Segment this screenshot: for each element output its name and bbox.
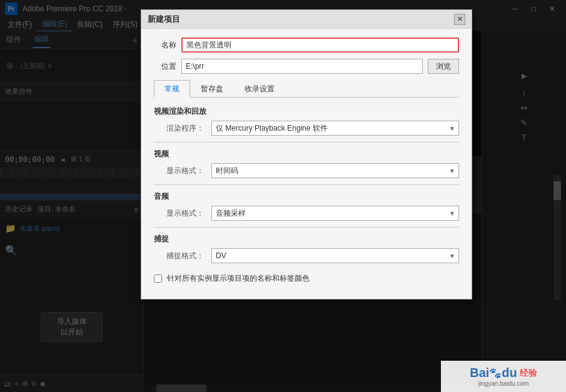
- dialog-title: 新建项目: [148, 14, 180, 25]
- audio-label: 显示格式：: [166, 208, 206, 219]
- browse-button[interactable]: 浏览: [428, 59, 459, 74]
- path-row: 位置 E:\prr 浏览: [154, 59, 459, 74]
- video-section-header: 视频: [154, 149, 459, 159]
- audio-section-header: 音频: [154, 191, 459, 202]
- path-display: E:\prr: [181, 59, 423, 74]
- audio-select[interactable]: 音频采样 毫秒: [211, 206, 459, 221]
- separator-3: [154, 227, 459, 228]
- new-project-dialog: 新建项目 ✕ 名称 位置 E:\prr 浏览 常规 暂存盘 收录设置 视频渲染和…: [141, 9, 472, 299]
- capture-select[interactable]: DV HDV: [211, 248, 459, 263]
- capture-label: 捕捉格式：: [166, 251, 206, 261]
- name-row: 名称: [154, 38, 459, 53]
- watermark-logo-area: Bai 🐾 du 经验: [470, 366, 537, 380]
- dialog-titlebar: 新建项目 ✕: [141, 10, 472, 29]
- separator-1: [154, 142, 459, 143]
- name-label: 名称: [154, 40, 176, 51]
- renderer-select-wrapper: 仅 Mercury Playback Engine 软件 Mercury Pla…: [211, 121, 459, 136]
- renderer-select[interactable]: 仅 Mercury Playback Engine 软件 Mercury Pla…: [211, 121, 459, 136]
- audio-select-wrapper: 音频采样 毫秒 ▼: [211, 206, 459, 221]
- watermark: Bai 🐾 du 经验 jingyan.baidu.com: [441, 361, 566, 392]
- separator-2: [154, 184, 459, 185]
- capture-section-header: 捕捉: [154, 234, 459, 244]
- tab-general[interactable]: 常规: [154, 80, 190, 98]
- audio-format-row: 显示格式： 音频采样 毫秒 ▼: [154, 206, 459, 221]
- show-names-checkbox[interactable]: [154, 274, 162, 283]
- watermark-suffix: 经验: [520, 368, 537, 379]
- video-render-header: 视频渲染和回放: [154, 106, 459, 117]
- tab-ingest[interactable]: 收录设置: [234, 80, 285, 98]
- tab-scratch[interactable]: 暂存盘: [190, 80, 234, 98]
- name-input[interactable]: [181, 38, 459, 53]
- watermark-paw-icon: 🐾: [489, 367, 502, 379]
- display-select-wrapper: 时间码 帧 英尺+帧 16mm 英尺+帧 35mm ▼: [211, 163, 459, 178]
- display-format-row: 显示格式： 时间码 帧 英尺+帧 16mm 英尺+帧 35mm ▼: [154, 163, 459, 178]
- renderer-row: 渲染程序： 仅 Mercury Playback Engine 软件 Mercu…: [154, 121, 459, 136]
- display-select[interactable]: 时间码 帧 英尺+帧 16mm 英尺+帧 35mm: [211, 163, 459, 178]
- path-label: 位置: [154, 61, 176, 72]
- dialog-tabs: 常规 暂存盘 收录设置: [154, 80, 459, 98]
- capture-select-wrapper: DV HDV ▼: [211, 248, 459, 263]
- checkbox-label: 针对所有实例显示项目项的名称和标签颜色: [167, 273, 310, 284]
- checkbox-row: 针对所有实例显示项目项的名称和标签颜色: [154, 273, 459, 284]
- display-label: 显示格式：: [166, 166, 206, 176]
- dialog-close-button[interactable]: ✕: [454, 14, 465, 25]
- dialog-body: 名称 位置 E:\prr 浏览 常规 暂存盘 收录设置 视频渲染和回放 渲染程序…: [141, 29, 472, 299]
- watermark-url: jingyan.baidu.com: [478, 380, 529, 387]
- watermark-bai: Bai: [470, 366, 489, 380]
- renderer-label: 渲染程序：: [166, 123, 206, 134]
- capture-format-row: 捕捉格式： DV HDV ▼: [154, 248, 459, 263]
- watermark-du: du: [502, 366, 517, 380]
